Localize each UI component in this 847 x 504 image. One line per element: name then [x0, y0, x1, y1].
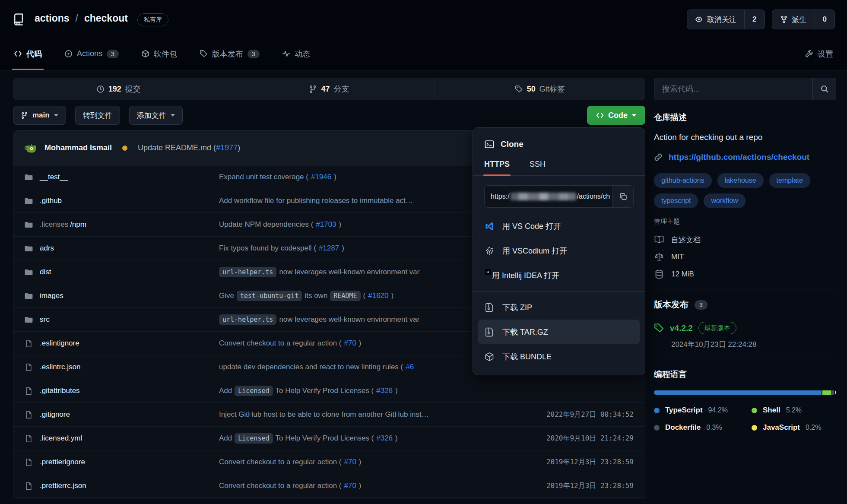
commit-message[interactable]: Convert checkout to a regular action (#7…: [219, 458, 508, 466]
issue-link[interactable]: #1287: [319, 244, 339, 253]
avatar[interactable]: [25, 142, 38, 155]
file-link[interactable]: .prettierignore: [25, 458, 219, 466]
language-bar[interactable]: [654, 390, 836, 395]
issue-link[interactable]: #6: [406, 363, 414, 371]
folder-link[interactable]: dist: [25, 268, 219, 276]
issue-link[interactable]: #326: [376, 387, 393, 395]
search-button[interactable]: [812, 78, 836, 100]
tab-releases[interactable]: 版本发布 3: [198, 39, 261, 70]
issue-link[interactable]: #1703: [316, 220, 336, 229]
topic-chip[interactable]: workflow: [704, 193, 745, 208]
language-legend-item[interactable]: TypeScript94.2%: [654, 406, 752, 415]
message-text: now leverages well-known environment var: [279, 315, 419, 324]
menu-item[interactable]: 下载 TAR.GZ: [478, 320, 640, 344]
watch-count[interactable]: 2: [744, 10, 764, 29]
tab-https[interactable]: HTTPS: [484, 160, 510, 175]
language-legend-item[interactable]: JavaScript0.2%: [752, 423, 836, 432]
stat-commits[interactable]: 192提交: [13, 78, 224, 100]
issue-link[interactable]: #1977: [216, 143, 238, 152]
commit-author[interactable]: Mohammad Ismail: [44, 143, 112, 152]
folder-link[interactable]: images: [25, 292, 219, 300]
commit-message[interactable]: update dev dependencies and react to new…: [219, 363, 508, 371]
branch-selector[interactable]: main: [13, 106, 66, 125]
commit-message[interactable]: Expand unit test coverage (#1946): [219, 173, 508, 181]
file-link[interactable]: .prettierrc.json: [25, 482, 219, 490]
topic-chip[interactable]: typescript: [654, 193, 698, 208]
commit-message[interactable]: Fix typos found by codespell (#1287): [219, 244, 508, 253]
copy-url-button[interactable]: [612, 186, 633, 207]
commit-message[interactable]: Update NPM dependencies (#1703): [219, 220, 508, 229]
menu-item[interactable]: 用 VS Code 打开: [473, 214, 645, 238]
tab-code[interactable]: 代码: [12, 39, 44, 70]
vscode-icon: [484, 221, 495, 231]
search-input[interactable]: [654, 78, 812, 100]
folder-link[interactable]: adrs: [25, 244, 219, 253]
license-link[interactable]: MIT: [654, 252, 836, 262]
readme-link[interactable]: 自述文档: [654, 235, 836, 245]
language-legend-item[interactable]: Shell5.2%: [752, 406, 836, 415]
commit-message[interactable]: url-helper.ts now leverages well-known e…: [219, 267, 508, 277]
code-download-button[interactable]: Code: [587, 106, 645, 125]
topic-chip[interactable]: lakehouse: [717, 173, 764, 188]
menu-item[interactable]: 下载 BUNDLE: [473, 344, 645, 369]
folder-link[interactable]: .github: [25, 197, 219, 205]
issue-link[interactable]: #326: [376, 434, 393, 443]
repo-website[interactable]: https://github.com/actions/checkout: [654, 152, 836, 162]
tab-ssh[interactable]: SSH: [530, 160, 546, 175]
releases-title[interactable]: 版本发布: [654, 299, 688, 311]
issue-link[interactable]: #1620: [368, 292, 388, 300]
tab-actions[interactable]: Actions 3: [63, 39, 121, 70]
issue-link[interactable]: #70: [344, 339, 356, 348]
folder-link[interactable]: .licenses/npm: [25, 220, 219, 229]
play-circle-icon: [64, 50, 73, 58]
unwatch-button[interactable]: 取消关注: [687, 10, 744, 29]
issue-link[interactable]: #70: [344, 458, 356, 466]
issue-link[interactable]: #70: [344, 482, 356, 490]
repo-owner-link[interactable]: actions: [35, 13, 70, 24]
folder-icon: [25, 244, 33, 253]
stat-branches[interactable]: 47分支: [224, 78, 435, 100]
commit-message[interactable]: Give test-ubuntu-git its own README (#16…: [219, 291, 508, 301]
clone-url-input[interactable]: https://actions/ch: [485, 186, 612, 207]
message-text: its own: [305, 292, 327, 300]
menu-item-label: 用 VSCodium 打开: [502, 246, 567, 256]
stat-tags[interactable]: 50Git标签: [434, 78, 645, 100]
message-text: now leverages well-known environment var: [279, 268, 419, 276]
release-version-link[interactable]: v4.2.2: [670, 323, 693, 333]
fork-button[interactable]: 派生: [772, 10, 815, 29]
file-link[interactable]: .gitignore: [25, 410, 219, 419]
commit-date: 2019年12月3日 23:28:59: [508, 458, 634, 467]
folder-link[interactable]: src: [25, 315, 219, 324]
folder-link[interactable]: __test__: [25, 173, 219, 181]
language-legend-item[interactable]: Dockerfile0.3%: [654, 423, 752, 432]
menu-item[interactable]: 下载 ZIP: [473, 295, 645, 320]
menu-item[interactable]: IJ用 Intellij IDEA 打开: [473, 263, 645, 288]
file-link[interactable]: .gitattributes: [25, 387, 219, 395]
tab-settings[interactable]: 设置: [803, 39, 835, 70]
menu-item[interactable]: 用 VSCodium 打开: [473, 238, 645, 263]
commit-message[interactable]: Inject GitHub host to be able to clone f…: [219, 410, 508, 419]
commit-message[interactable]: Convert checkout to a regular action (#7…: [219, 482, 508, 490]
file-link[interactable]: .eslintignore: [25, 339, 219, 348]
manage-topics-link[interactable]: 管理主题: [654, 218, 836, 226]
goto-file-button[interactable]: 转到文件: [75, 106, 120, 125]
tab-packages[interactable]: 软件包: [140, 39, 179, 70]
language-bar-segment: [832, 390, 834, 395]
commit-message[interactable]: url-helper.ts now leverages well-known e…: [219, 314, 508, 325]
commit-message[interactable]: Add Licensed To Help Verify Prod License…: [219, 433, 508, 444]
file-link[interactable]: .licensed.yml: [25, 434, 219, 443]
repo-name-link[interactable]: checkout: [84, 13, 128, 24]
copy-icon: [619, 192, 628, 201]
topic-chip[interactable]: github-actions: [654, 173, 712, 188]
fork-count[interactable]: 0: [815, 10, 834, 29]
commit-message[interactable]: Add workflow file for publishing release…: [219, 197, 508, 205]
commit-message[interactable]: Add Licensed To Help Verify Prod License…: [219, 386, 508, 396]
entry-name: .prettierignore: [40, 458, 85, 466]
topic-chip[interactable]: template: [769, 173, 810, 188]
tab-activity[interactable]: 动态: [280, 39, 312, 70]
repo-size[interactable]: 12 MiB: [654, 269, 836, 279]
issue-link[interactable]: #1946: [311, 173, 331, 181]
file-link[interactable]: .eslintrc.json: [25, 363, 219, 371]
add-file-button[interactable]: 添加文件: [129, 106, 183, 125]
commit-message[interactable]: Convert checkout to a regular action (#7…: [219, 339, 508, 348]
